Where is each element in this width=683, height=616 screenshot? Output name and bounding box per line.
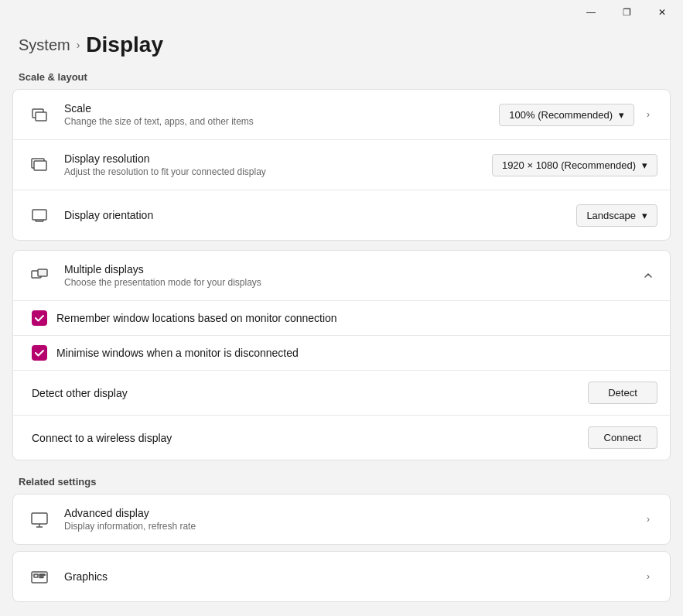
svg-rect-3 bbox=[34, 161, 46, 170]
minimize-button[interactable]: — bbox=[573, 0, 609, 25]
scale-icon bbox=[26, 101, 53, 128]
orientation-control: Landscape ▾ bbox=[576, 204, 657, 227]
minimise-windows-checkbox[interactable] bbox=[32, 345, 47, 361]
orientation-dropdown-chevron-icon: ▾ bbox=[642, 210, 647, 221]
close-button[interactable]: ✕ bbox=[644, 0, 680, 25]
resolution-dropdown[interactable]: 1920 × 1080 (Recommended) ▾ bbox=[492, 154, 657, 176]
scale-layout-header: Scale & layout bbox=[0, 71, 683, 89]
detect-other-display-label: Detect other display bbox=[32, 387, 128, 399]
svg-rect-11 bbox=[39, 577, 43, 578]
multiple-displays-header-row: Multiple displays Choose the presentatio… bbox=[13, 251, 670, 301]
resolution-subtitle: Adjust the resolution to fit your connec… bbox=[64, 166, 492, 177]
graphics-icon bbox=[26, 563, 53, 590]
scale-title: Scale bbox=[64, 102, 499, 115]
resolution-text: Display resolution Adjust the resolution… bbox=[64, 152, 492, 177]
multiple-displays-subtitle: Choose the presentation mode for your di… bbox=[64, 277, 639, 288]
graphics-text: Graphics bbox=[64, 570, 639, 583]
multiple-displays-section: Multiple displays Choose the presentatio… bbox=[12, 250, 671, 460]
minimise-windows-row: Minimise windows when a monitor is disco… bbox=[13, 336, 670, 371]
related-settings-header: Related settings bbox=[0, 470, 683, 494]
scale-chevron-right-icon[interactable]: › bbox=[639, 105, 657, 124]
multiple-displays-title: Multiple displays bbox=[64, 263, 639, 275]
orientation-title: Display orientation bbox=[64, 209, 576, 221]
connect-wireless-label: Connect to a wireless display bbox=[32, 432, 172, 444]
multiple-displays-collapse-button[interactable] bbox=[639, 266, 657, 285]
advanced-display-subtitle: Display information, refresh rate bbox=[64, 521, 639, 532]
orientation-dropdown[interactable]: Landscape ▾ bbox=[576, 204, 657, 227]
graphics-row[interactable]: Graphics › bbox=[13, 552, 670, 601]
resolution-dropdown-chevron-icon: ▾ bbox=[642, 159, 647, 171]
scale-dropdown[interactable]: 100% (Recommended) ▾ bbox=[499, 104, 634, 126]
advanced-display-title: Advanced display bbox=[64, 507, 639, 519]
advanced-display-chevron-icon: › bbox=[639, 510, 657, 529]
breadcrumb: System › Display bbox=[0, 25, 683, 71]
advanced-display-text: Advanced display Display information, re… bbox=[64, 507, 639, 532]
page-title: Display bbox=[86, 33, 163, 57]
scale-subtitle: Change the size of text, apps, and other… bbox=[64, 116, 499, 127]
scale-dropdown-chevron-icon: ▾ bbox=[619, 109, 624, 121]
display-orientation-row: Display orientation Landscape ▾ bbox=[13, 190, 670, 240]
display-resolution-row: Display resolution Adjust the resolution… bbox=[13, 140, 670, 190]
advanced-display-icon bbox=[26, 505, 53, 533]
connect-button[interactable]: Connect bbox=[588, 426, 657, 449]
connect-wireless-display-row: Connect to a wireless display Connect bbox=[13, 416, 670, 460]
svg-rect-6 bbox=[38, 269, 47, 276]
multiple-displays-text: Multiple displays Choose the presentatio… bbox=[64, 263, 639, 288]
advanced-display-card: Advanced display Display information, re… bbox=[12, 494, 671, 545]
minimise-windows-label: Minimise windows when a monitor is disco… bbox=[56, 347, 299, 359]
resolution-control: 1920 × 1080 (Recommended) ▾ bbox=[492, 154, 657, 176]
maximize-button[interactable]: ❐ bbox=[609, 0, 644, 25]
remember-window-locations-row: Remember window locations based on monit… bbox=[13, 301, 670, 336]
svg-rect-9 bbox=[34, 574, 38, 577]
scale-row: Scale Change the size of text, apps, and… bbox=[13, 90, 670, 140]
graphics-card: Graphics › bbox=[12, 551, 671, 602]
breadcrumb-chevron-icon: › bbox=[77, 39, 80, 51]
graphics-title: Graphics bbox=[64, 570, 639, 583]
resolution-icon bbox=[26, 151, 53, 179]
scale-control: 100% (Recommended) ▾ › bbox=[499, 104, 657, 126]
breadcrumb-system[interactable]: System bbox=[19, 36, 70, 54]
detect-other-display-row: Detect other display Detect bbox=[13, 371, 670, 416]
svg-rect-1 bbox=[36, 112, 46, 121]
advanced-display-row[interactable]: Advanced display Display information, re… bbox=[13, 495, 670, 544]
graphics-chevron-icon: › bbox=[639, 567, 657, 586]
remember-window-locations-label: Remember window locations based on monit… bbox=[56, 312, 337, 324]
scale-text: Scale Change the size of text, apps, and… bbox=[64, 102, 499, 127]
resolution-title: Display resolution bbox=[64, 152, 492, 165]
svg-rect-7 bbox=[32, 513, 47, 524]
title-bar: — ❐ ✕ bbox=[0, 0, 683, 25]
scale-layout-card-group: Scale Change the size of text, apps, and… bbox=[12, 89, 671, 241]
detect-button[interactable]: Detect bbox=[588, 382, 657, 404]
orientation-text: Display orientation bbox=[64, 209, 576, 221]
svg-rect-4 bbox=[32, 210, 46, 220]
multiple-displays-icon bbox=[26, 262, 53, 289]
orientation-icon bbox=[26, 201, 53, 229]
remember-window-locations-checkbox[interactable] bbox=[32, 310, 47, 326]
